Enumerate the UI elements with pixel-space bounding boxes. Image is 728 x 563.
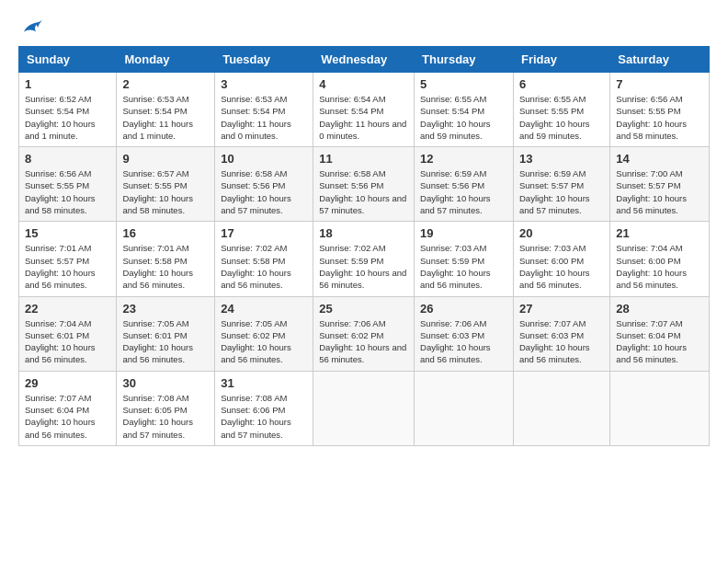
day-cell-3: 3 Sunrise: 6:53 AM Sunset: 5:54 PM Dayli… xyxy=(215,73,313,147)
day-cell-26: 26 Sunrise: 7:06 AM Sunset: 6:03 PM Dayl… xyxy=(415,296,514,371)
day-number: 8 xyxy=(25,152,110,166)
day-number: 13 xyxy=(519,152,604,166)
day-number: 10 xyxy=(221,152,307,166)
day-number: 29 xyxy=(25,376,110,390)
day-info: Sunrise: 6:58 AM Sunset: 5:56 PM Dayligh… xyxy=(221,167,307,216)
weekday-header-tuesday: Tuesday xyxy=(215,47,313,73)
day-number: 7 xyxy=(616,77,703,91)
day-cell-1: 1 Sunrise: 6:52 AM Sunset: 5:54 PM Dayli… xyxy=(19,73,117,147)
day-info: Sunrise: 7:08 AM Sunset: 6:06 PM Dayligh… xyxy=(221,392,307,441)
day-number: 19 xyxy=(420,226,507,240)
day-cell-11: 11 Sunrise: 6:58 AM Sunset: 5:56 PM Dayl… xyxy=(313,147,415,222)
week-row-3: 15 Sunrise: 7:01 AM Sunset: 5:57 PM Dayl… xyxy=(19,222,710,296)
day-info: Sunrise: 6:56 AM Sunset: 5:55 PM Dayligh… xyxy=(25,167,110,216)
day-number: 18 xyxy=(319,226,408,240)
day-number: 17 xyxy=(221,226,307,240)
day-cell-22: 22 Sunrise: 7:04 AM Sunset: 6:01 PM Dayl… xyxy=(19,296,117,371)
day-number: 6 xyxy=(519,77,604,91)
day-info: Sunrise: 7:07 AM Sunset: 6:04 PM Dayligh… xyxy=(616,317,703,366)
day-cell-25: 25 Sunrise: 7:06 AM Sunset: 6:02 PM Dayl… xyxy=(313,296,415,371)
day-info: Sunrise: 7:04 AM Sunset: 6:01 PM Dayligh… xyxy=(25,317,110,366)
day-number: 20 xyxy=(519,226,604,240)
day-cell-20: 20 Sunrise: 7:03 AM Sunset: 6:00 PM Dayl… xyxy=(513,222,609,296)
day-cell-29: 29 Sunrise: 7:07 AM Sunset: 6:04 PM Dayl… xyxy=(19,371,117,445)
day-number: 31 xyxy=(221,376,307,390)
weekday-header-sunday: Sunday xyxy=(19,47,117,73)
day-info: Sunrise: 7:07 AM Sunset: 6:04 PM Dayligh… xyxy=(25,392,110,441)
day-number: 9 xyxy=(122,152,209,166)
day-cell-18: 18 Sunrise: 7:02 AM Sunset: 5:59 PM Dayl… xyxy=(313,222,415,296)
empty-cell xyxy=(610,371,710,445)
day-number: 11 xyxy=(319,152,408,166)
day-info: Sunrise: 7:05 AM Sunset: 6:02 PM Dayligh… xyxy=(221,317,307,366)
day-number: 25 xyxy=(319,302,408,316)
day-info: Sunrise: 6:56 AM Sunset: 5:55 PM Dayligh… xyxy=(616,93,703,142)
day-info: Sunrise: 6:57 AM Sunset: 5:55 PM Dayligh… xyxy=(122,167,209,216)
day-cell-17: 17 Sunrise: 7:02 AM Sunset: 5:58 PM Dayl… xyxy=(215,222,313,296)
day-cell-4: 4 Sunrise: 6:54 AM Sunset: 5:54 PM Dayli… xyxy=(313,73,415,147)
empty-cell xyxy=(313,371,415,445)
day-number: 2 xyxy=(122,77,209,91)
day-cell-27: 27 Sunrise: 7:07 AM Sunset: 6:03 PM Dayl… xyxy=(513,296,609,371)
empty-cell xyxy=(415,371,514,445)
day-number: 12 xyxy=(420,152,507,166)
day-cell-13: 13 Sunrise: 6:59 AM Sunset: 5:57 PM Dayl… xyxy=(513,147,609,222)
weekday-header-monday: Monday xyxy=(117,47,215,73)
day-info: Sunrise: 7:03 AM Sunset: 6:00 PM Dayligh… xyxy=(519,242,604,291)
day-number: 26 xyxy=(420,302,507,316)
day-info: Sunrise: 7:03 AM Sunset: 5:59 PM Dayligh… xyxy=(420,242,507,291)
day-info: Sunrise: 7:05 AM Sunset: 6:01 PM Dayligh… xyxy=(122,317,209,366)
day-number: 21 xyxy=(616,226,703,240)
day-cell-28: 28 Sunrise: 7:07 AM Sunset: 6:04 PM Dayl… xyxy=(610,296,710,371)
day-cell-6: 6 Sunrise: 6:55 AM Sunset: 5:55 PM Dayli… xyxy=(513,73,609,147)
day-cell-2: 2 Sunrise: 6:53 AM Sunset: 5:54 PM Dayli… xyxy=(117,73,215,147)
day-number: 14 xyxy=(616,152,703,166)
day-cell-9: 9 Sunrise: 6:57 AM Sunset: 5:55 PM Dayli… xyxy=(117,147,215,222)
week-row-5: 29 Sunrise: 7:07 AM Sunset: 6:04 PM Dayl… xyxy=(19,371,710,445)
day-info: Sunrise: 7:04 AM Sunset: 6:00 PM Dayligh… xyxy=(616,242,703,291)
weekday-header-thursday: Thursday xyxy=(415,47,514,73)
day-cell-31: 31 Sunrise: 7:08 AM Sunset: 6:06 PM Dayl… xyxy=(215,371,313,445)
day-info: Sunrise: 7:07 AM Sunset: 6:03 PM Dayligh… xyxy=(519,317,604,366)
day-info: Sunrise: 6:54 AM Sunset: 5:54 PM Dayligh… xyxy=(319,93,408,142)
day-number: 15 xyxy=(25,226,110,240)
day-cell-19: 19 Sunrise: 7:03 AM Sunset: 5:59 PM Dayl… xyxy=(415,222,514,296)
day-info: Sunrise: 6:53 AM Sunset: 5:54 PM Dayligh… xyxy=(122,93,209,142)
day-number: 30 xyxy=(122,376,209,390)
day-info: Sunrise: 6:59 AM Sunset: 5:57 PM Dayligh… xyxy=(519,167,604,216)
logo-bird-icon xyxy=(20,18,42,37)
weekday-header-friday: Friday xyxy=(513,47,609,73)
day-number: 3 xyxy=(221,77,307,91)
day-cell-5: 5 Sunrise: 6:55 AM Sunset: 5:54 PM Dayli… xyxy=(415,73,514,147)
day-info: Sunrise: 7:02 AM Sunset: 5:59 PM Dayligh… xyxy=(319,242,408,291)
day-info: Sunrise: 7:08 AM Sunset: 6:05 PM Dayligh… xyxy=(122,392,209,441)
day-info: Sunrise: 7:00 AM Sunset: 5:57 PM Dayligh… xyxy=(616,167,703,216)
day-cell-7: 7 Sunrise: 6:56 AM Sunset: 5:55 PM Dayli… xyxy=(610,73,710,147)
day-info: Sunrise: 6:55 AM Sunset: 5:55 PM Dayligh… xyxy=(519,93,604,142)
empty-cell xyxy=(513,371,609,445)
day-number: 5 xyxy=(420,77,507,91)
day-info: Sunrise: 7:06 AM Sunset: 6:03 PM Dayligh… xyxy=(420,317,507,366)
day-info: Sunrise: 6:55 AM Sunset: 5:54 PM Dayligh… xyxy=(420,93,507,142)
day-cell-14: 14 Sunrise: 7:00 AM Sunset: 5:57 PM Dayl… xyxy=(610,147,710,222)
day-number: 23 xyxy=(122,302,209,316)
calendar-table: SundayMondayTuesdayWednesdayThursdayFrid… xyxy=(18,46,710,446)
day-number: 16 xyxy=(122,226,209,240)
day-cell-10: 10 Sunrise: 6:58 AM Sunset: 5:56 PM Dayl… xyxy=(215,147,313,222)
day-info: Sunrise: 7:01 AM Sunset: 5:58 PM Dayligh… xyxy=(122,242,209,291)
weekday-header-wednesday: Wednesday xyxy=(313,47,415,73)
week-row-1: 1 Sunrise: 6:52 AM Sunset: 5:54 PM Dayli… xyxy=(19,73,710,147)
day-info: Sunrise: 6:58 AM Sunset: 5:56 PM Dayligh… xyxy=(319,167,408,216)
week-row-2: 8 Sunrise: 6:56 AM Sunset: 5:55 PM Dayli… xyxy=(19,147,710,222)
page-header xyxy=(18,18,710,37)
week-row-4: 22 Sunrise: 7:04 AM Sunset: 6:01 PM Dayl… xyxy=(19,296,710,371)
day-cell-16: 16 Sunrise: 7:01 AM Sunset: 5:58 PM Dayl… xyxy=(117,222,215,296)
weekday-header-saturday: Saturday xyxy=(610,47,710,73)
day-cell-12: 12 Sunrise: 6:59 AM Sunset: 5:56 PM Dayl… xyxy=(415,147,514,222)
day-cell-21: 21 Sunrise: 7:04 AM Sunset: 6:00 PM Dayl… xyxy=(610,222,710,296)
day-number: 1 xyxy=(25,77,110,91)
day-number: 22 xyxy=(25,302,110,316)
day-info: Sunrise: 7:06 AM Sunset: 6:02 PM Dayligh… xyxy=(319,317,408,366)
day-cell-15: 15 Sunrise: 7:01 AM Sunset: 5:57 PM Dayl… xyxy=(19,222,117,296)
day-number: 27 xyxy=(519,302,604,316)
